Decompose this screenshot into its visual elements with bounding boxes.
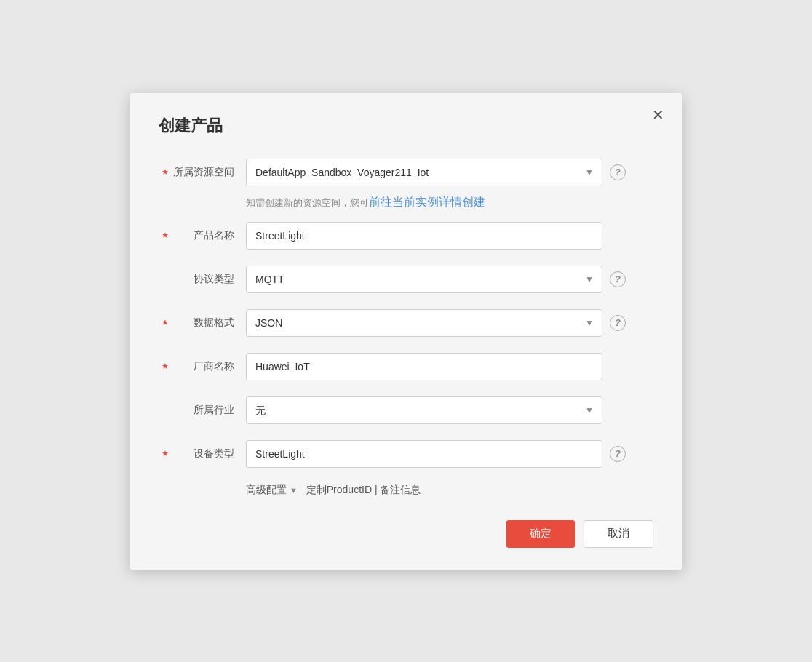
industry-select[interactable]: 无 bbox=[246, 396, 602, 424]
data-format-control: JSON ▼ bbox=[246, 309, 602, 337]
protocol-type-select[interactable]: MQTT bbox=[246, 266, 602, 293]
cancel-button[interactable]: 取消 bbox=[584, 520, 653, 548]
manufacturer-name-input[interactable] bbox=[246, 353, 602, 380]
device-type-label: 设备类型 bbox=[159, 447, 246, 461]
advanced-links: 定制ProductID | 备注信息 bbox=[303, 484, 421, 497]
resource-space-info-text: 知需创建新的资源空间，您可前往当前实例详情创建 bbox=[246, 195, 602, 210]
resource-space-help-icon[interactable]: ? bbox=[610, 164, 626, 180]
industry-label: 所属行业 bbox=[159, 403, 246, 418]
industry-select-wrap: 无 ▼ bbox=[246, 396, 602, 424]
device-type-control bbox=[246, 440, 602, 468]
resource-space-select[interactable]: DefaultApp_Sandbox_Voyager211_Iot bbox=[246, 159, 602, 186]
protocol-type-help-icon[interactable]: ? bbox=[610, 271, 626, 287]
device-type-row: 设备类型 ? bbox=[159, 440, 653, 468]
advanced-toggle-arrow: ▼ bbox=[290, 486, 298, 495]
product-name-control bbox=[246, 222, 602, 250]
resource-space-control: DefaultApp_Sandbox_Voyager211_Iot ▼ bbox=[246, 159, 602, 186]
info-link[interactable]: 前往当前实例详情创建 bbox=[369, 196, 485, 208]
product-name-row: 产品名称 bbox=[159, 222, 653, 250]
data-format-row: 数据格式 JSON ▼ ? bbox=[159, 309, 653, 337]
advanced-toggle[interactable]: 高级配置 ▼ bbox=[246, 484, 298, 497]
dialog-footer: 确定 取消 bbox=[159, 513, 653, 548]
advanced-link-product-id[interactable]: 定制ProductID bbox=[306, 484, 372, 495]
manufacturer-name-label: 厂商名称 bbox=[159, 359, 246, 374]
industry-row: 所属行业 无 ▼ bbox=[159, 396, 653, 424]
product-name-input[interactable] bbox=[246, 222, 602, 250]
resource-space-label: 所属资源空间 bbox=[159, 165, 246, 180]
advanced-toggle-label: 高级配置 bbox=[246, 484, 287, 497]
device-type-input[interactable] bbox=[246, 440, 602, 468]
protocol-type-label: 协议类型 bbox=[159, 272, 246, 287]
protocol-type-row: 协议类型 MQTT ▼ ? bbox=[159, 266, 653, 293]
create-product-dialog: ✕ 创建产品 所属资源空间 DefaultApp_Sandbox_Voyager… bbox=[130, 93, 682, 570]
confirm-button[interactable]: 确定 bbox=[506, 520, 575, 548]
industry-control: 无 ▼ bbox=[246, 396, 602, 424]
manufacturer-name-control bbox=[246, 353, 602, 380]
advanced-link-notes[interactable]: 备注信息 bbox=[380, 484, 421, 495]
data-format-select-wrap: JSON ▼ bbox=[246, 309, 602, 337]
device-type-help-icon[interactable]: ? bbox=[610, 446, 626, 462]
dialog-title: 创建产品 bbox=[159, 115, 653, 137]
manufacturer-name-row: 厂商名称 bbox=[159, 353, 653, 380]
data-format-select[interactable]: JSON bbox=[246, 309, 602, 337]
protocol-type-control: MQTT ▼ bbox=[246, 266, 602, 293]
close-button[interactable]: ✕ bbox=[648, 105, 668, 125]
protocol-type-select-wrap: MQTT ▼ bbox=[246, 266, 602, 293]
data-format-help-icon[interactable]: ? bbox=[610, 315, 626, 331]
info-prefix: 知需创建新的资源空间，您可 bbox=[246, 197, 369, 208]
resource-space-select-wrap: DefaultApp_Sandbox_Voyager211_Iot ▼ bbox=[246, 159, 602, 186]
product-name-label: 产品名称 bbox=[159, 228, 246, 243]
resource-space-row: 所属资源空间 DefaultApp_Sandbox_Voyager211_Iot… bbox=[159, 159, 653, 186]
data-format-label: 数据格式 bbox=[159, 316, 246, 330]
advanced-config-row: 高级配置 ▼ 定制ProductID | 备注信息 bbox=[159, 484, 653, 497]
resource-space-info-row: 知需创建新的资源空间，您可前往当前实例详情创建 bbox=[159, 195, 653, 210]
